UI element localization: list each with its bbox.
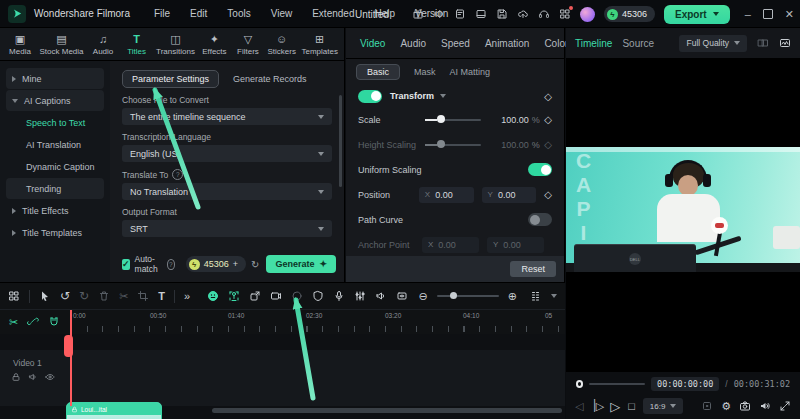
stop-button[interactable]: □ [628, 400, 635, 412]
scopes-icon[interactable] [779, 37, 791, 49]
transform-toggle[interactable] [358, 90, 382, 103]
sidebar-item-ai-captions[interactable]: AI Captions [6, 90, 104, 111]
transcription-language-select[interactable]: English (US) [122, 145, 332, 162]
auto-match-checkbox[interactable]: ✓ [122, 259, 130, 270]
reset-button[interactable]: Reset [510, 261, 556, 277]
sidebar-item-mine[interactable]: Mine [6, 68, 104, 89]
mute-track-icon[interactable] [28, 372, 38, 382]
tab-video[interactable]: Video [360, 38, 385, 49]
layout-icon[interactable] [475, 8, 487, 20]
select-tool-icon[interactable] [39, 290, 51, 302]
caret-down-icon[interactable] [551, 294, 557, 298]
audio-denoise-icon[interactable] [375, 290, 387, 302]
export-clip-icon[interactable] [249, 290, 261, 302]
tab-source-preview[interactable]: Source [622, 38, 654, 49]
tab-stickers[interactable]: ☺Stickers [267, 33, 295, 56]
user-avatar[interactable] [580, 7, 595, 22]
voiceover-icon[interactable] [333, 290, 345, 302]
tab-color[interactable]: Color [544, 38, 568, 49]
restore-button[interactable] [763, 9, 773, 19]
position-y-field[interactable]: Y0.00 [482, 187, 537, 203]
credits-badge[interactable]: ϟ 45306 [604, 6, 655, 22]
sidebar-item-title-effects[interactable]: Title Effects [6, 200, 104, 221]
compare-view-icon[interactable] [757, 37, 769, 49]
sidebar-item-trending[interactable]: Trending [6, 178, 104, 199]
lock-track-icon[interactable] [11, 372, 21, 382]
snapshot-icon[interactable] [739, 400, 751, 412]
render-settings-icon[interactable]: ⚙ [721, 400, 731, 413]
mark-in-out-icon[interactable] [701, 400, 713, 412]
aspect-ratio-select[interactable]: 16:9 [643, 398, 684, 414]
headset-icon[interactable] [538, 8, 550, 20]
snap-magnet-icon[interactable] [48, 316, 60, 328]
menu-edit[interactable]: Edit [180, 8, 217, 19]
menu-view[interactable]: View [261, 8, 303, 19]
info-icon[interactable]: ? [167, 259, 175, 270]
zoom-in-icon[interactable]: ⊕ [508, 290, 517, 303]
scale-value[interactable]: 100.00 [491, 115, 529, 125]
uniform-scaling-toggle[interactable] [528, 163, 552, 176]
close-button[interactable]: ✕ [785, 8, 794, 21]
ai-portrait-icon[interactable] [207, 290, 219, 302]
preview-stage[interactable]: CAPIT DELL [566, 58, 800, 372]
mute-preview-icon[interactable] [759, 400, 771, 412]
tab-animation[interactable]: Animation [485, 38, 529, 49]
playhead[interactable] [70, 310, 72, 406]
tab-effects[interactable]: ✦Effects [200, 33, 228, 56]
crop-icon[interactable] [137, 290, 149, 302]
tab-transitions[interactable]: ◫Transitions [156, 33, 195, 56]
sidebar-item-title-templates[interactable]: Title Templates [6, 222, 104, 243]
timeline-zoom-slider[interactable] [437, 295, 499, 297]
generate-button[interactable]: Generate✦ [266, 255, 336, 273]
subtab-basic[interactable]: Basic [356, 64, 400, 80]
track-height-icon[interactable] [530, 290, 542, 302]
save-icon[interactable] [496, 8, 508, 20]
tab-generate-records[interactable]: Generate Records [233, 74, 307, 84]
video-track-lane[interactable] [0, 350, 565, 406]
next-frame-button[interactable]: ׀▷ [591, 400, 602, 413]
gift-icon[interactable] [412, 8, 424, 20]
menu-file[interactable]: File [144, 8, 180, 19]
link-clips-icon[interactable] [27, 316, 39, 328]
playhead-grip[interactable] [64, 335, 73, 357]
hide-track-icon[interactable] [45, 372, 55, 382]
tab-parameter-settings[interactable]: Parameter Settings [122, 70, 219, 88]
keyframe-icon[interactable]: ◇ [544, 91, 552, 102]
translate-to-select[interactable]: No Translation [122, 183, 332, 200]
undo-icon[interactable]: ↺ [60, 289, 70, 303]
keyframe-icon[interactable]: ◇ [544, 114, 552, 125]
tab-filters[interactable]: ▽Filters [234, 33, 262, 56]
caret-down-icon[interactable] [440, 94, 446, 98]
minimize-button[interactable]: – [745, 8, 751, 20]
instant-mode-icon[interactable] [291, 290, 303, 302]
tab-audio[interactable]: Audio [400, 38, 426, 49]
keyframe-icon[interactable]: ◇ [544, 189, 552, 200]
zoom-out-icon[interactable]: ⊖ [419, 290, 428, 303]
play-button[interactable]: ▷ [610, 399, 620, 414]
quality-select[interactable]: Full Quality [679, 35, 747, 52]
timeline-ruler[interactable]: 0:00 00:50 01:40 02:30 03:20 04:10 05 [65, 310, 565, 334]
tab-media[interactable]: ▣Media [6, 33, 34, 56]
mask-icon[interactable] [312, 290, 324, 302]
subtab-ai-matting[interactable]: AI Matting [450, 67, 491, 77]
audio-mixer-icon[interactable] [354, 290, 366, 302]
scrubber-track[interactable] [589, 383, 645, 385]
refresh-icon[interactable]: ↻ [251, 259, 259, 270]
fullscreen-icon[interactable] [779, 400, 791, 412]
form-scrollbar[interactable] [339, 95, 342, 187]
tab-titles[interactable]: TTitles [123, 33, 151, 56]
marker-icon[interactable] [396, 290, 408, 302]
tab-stock-media[interactable]: ▤Stock Media [40, 33, 84, 56]
video-clip[interactable]: Loui...ital [66, 402, 162, 419]
subtab-mask[interactable]: Mask [414, 67, 436, 77]
previous-frame-button[interactable]: ◁ [575, 400, 583, 413]
output-format-select[interactable]: SRT [122, 220, 332, 237]
timecode-current[interactable]: 00:00:00:00 [651, 377, 719, 391]
scrubber-handle[interactable] [576, 380, 583, 388]
tab-templates[interactable]: ⊞Templates [301, 33, 337, 56]
sidebar-item-speech-to-text[interactable]: Speech to Text [6, 112, 104, 133]
sidebar-item-ai-translation[interactable]: AI Translation [6, 134, 104, 155]
cloud-upload-icon[interactable] [517, 8, 529, 20]
position-x-field[interactable]: X0.00 [419, 187, 474, 203]
text-tool-icon[interactable]: T [158, 290, 165, 302]
